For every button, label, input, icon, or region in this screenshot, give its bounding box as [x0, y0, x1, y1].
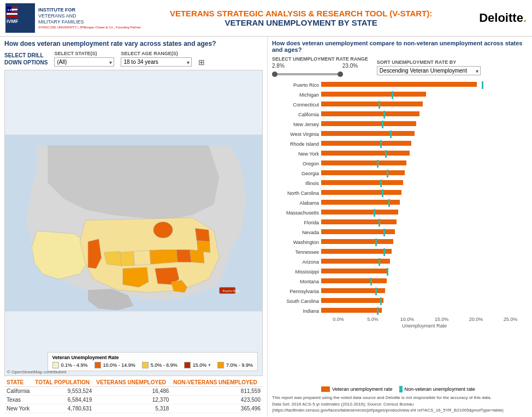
x-axis-tick: 5.0%	[356, 317, 390, 322]
bar-chart: Puerto Rico Michigan Connecticut Califor…	[272, 81, 528, 315]
note-text: This report was prepared using the noted…	[272, 395, 492, 400]
bar-label: Michigan	[272, 92, 321, 98]
legend-label-3: 5.0% - 6.9%	[151, 362, 178, 368]
bar-label: Arizona	[272, 259, 321, 265]
bar-nonvet	[377, 160, 379, 168]
col-total-pop: TOTAL POPULATION	[33, 378, 94, 387]
logo-area: ★★★ IVMF INSTITUTE FOR VETERANS AND MILI…	[5, 3, 141, 33]
state-select[interactable]: (All)	[54, 57, 114, 67]
bar-nonvet	[377, 307, 379, 315]
bar-container	[321, 92, 528, 98]
bar-row: New Jersey	[272, 120, 528, 129]
bar-row: Arizona	[272, 258, 528, 266]
cell-total-pop: 6,584,419	[33, 396, 94, 404]
bar-label: South Carolina	[272, 299, 321, 304]
legend-swatch-3	[142, 362, 149, 368]
slider-handle-left[interactable]	[272, 72, 277, 77]
slider-track	[272, 73, 343, 75]
legend-label-4: 15.0% +	[193, 362, 211, 368]
bar-nonvet	[380, 297, 382, 305]
bar-vet	[321, 239, 393, 244]
bar-label: Tennessee	[272, 249, 321, 255]
bar-nonvet	[379, 219, 380, 227]
map-svg: Puerto Rico	[5, 70, 262, 376]
bar-nonvet	[388, 199, 390, 207]
bar-row: Oregon	[272, 159, 528, 168]
bar-nonvet	[482, 81, 483, 89]
bar-container	[321, 131, 528, 138]
osm-credit: © OpenStreetMap contributors	[7, 370, 67, 374]
x-axis-tick: 20.0%	[459, 317, 493, 322]
legend-items: 0.1% - 4.9% 10.0% - 14.9% 5.0% - 6.9% 15…	[52, 362, 253, 368]
logo-institute-line1: INSTITUTE FOR	[38, 7, 141, 13]
bar-label: Alabama	[272, 200, 321, 206]
bar-vet	[321, 151, 410, 156]
bar-container	[321, 288, 528, 295]
bar-container	[321, 308, 528, 314]
rate-max: 23.0%	[342, 63, 358, 69]
legend-item-4: 15.0% +	[184, 362, 211, 368]
bar-label: California	[272, 112, 321, 117]
svg-point-10	[153, 222, 173, 238]
bar-label: Puerto Rico	[272, 82, 321, 88]
chart-legend: Veteran unemployment rate Non-veteran un…	[272, 386, 528, 392]
slider-fill	[272, 73, 343, 75]
cell-vet-unemp: 5,318	[94, 404, 171, 413]
legend-swatch-2	[94, 362, 101, 368]
controls-row: SELECT DRILL DOWN OPTIONS SELECT STATE(S…	[4, 51, 263, 67]
cell-state: California	[4, 387, 33, 396]
bar-row: Mississippi	[272, 267, 528, 276]
bar-container	[321, 229, 528, 236]
x-axis-tick: 25.0%	[493, 317, 528, 322]
bar-vet	[321, 219, 397, 224]
bar-nonvet	[385, 150, 387, 158]
x-axis-title: Unemployment Rate	[272, 323, 528, 329]
bar-nonvet	[379, 101, 380, 109]
bar-nonvet	[382, 121, 383, 128]
bar-vet	[321, 190, 401, 195]
age-select-wrapper[interactable]: 18 to 34 years	[121, 57, 192, 67]
bar-nonvet	[382, 189, 383, 197]
bar-nonvet	[392, 91, 393, 99]
bar-row: Florida	[272, 218, 528, 227]
bar-nonvet	[387, 268, 388, 276]
data-set-text: Data Set: 2016 ACS-5 yr estimates (2012-…	[272, 402, 504, 413]
bar-nonvet	[383, 248, 385, 256]
sort-select[interactable]: Descending Veteran Unemployment	[377, 66, 481, 75]
bar-container	[321, 239, 528, 246]
filter-icon[interactable]: ⊞	[198, 58, 205, 67]
svg-text:IVMF: IVMF	[7, 19, 19, 24]
bar-label: Montana	[272, 279, 321, 284]
legend-swatch-1	[52, 362, 59, 368]
rate-min: 2.8%	[272, 63, 285, 69]
bar-row: Illinois	[272, 179, 528, 188]
logo-sub-text: SYRACUSE UNIVERSITY | JPMorgan Chase & C…	[38, 26, 141, 29]
state-control: SELECT STATE(S) (All)	[54, 51, 114, 67]
x-axis: 0.0%5.0%10.0%15.0%20.0%25.0%	[272, 317, 528, 322]
legend-swatch-5	[217, 362, 224, 368]
bar-label: New York	[272, 151, 321, 157]
bar-vet	[321, 111, 419, 116]
sort-select-wrapper[interactable]: Descending Veteran Unemployment	[377, 66, 481, 75]
bar-vet	[321, 278, 387, 283]
bar-row: Washington	[272, 238, 528, 247]
legend-veteran: Veteran unemployment rate	[321, 386, 393, 392]
rate-range-group: SELECT UNEMPLOYMENT RATE RANGE 2.8% 23.0…	[272, 56, 368, 79]
rate-range-label: SELECT UNEMPLOYMENT RATE RANGE	[272, 56, 368, 62]
table-section: STATE TOTAL POPULATION VETERANS UNEMPLOY…	[4, 378, 263, 413]
bar-row: Rhode Island	[272, 140, 528, 148]
slider-handle-right[interactable]	[338, 72, 343, 77]
cell-state: Texas	[4, 396, 33, 404]
bar-row: Montana	[272, 277, 528, 286]
state-select-wrapper[interactable]: (All)	[54, 57, 114, 67]
table-row: Texas 6,584,419 12,370 423,500	[4, 396, 263, 404]
bar-row: West Virginia	[272, 130, 528, 139]
range-values: 2.8% 23.0%	[272, 63, 368, 69]
bar-row: Alabama	[272, 199, 528, 207]
bar-nonvet	[374, 209, 375, 217]
age-select[interactable]: 18 to 34 years	[121, 57, 192, 67]
age-control: SELECT AGE RANGE(S) 18 to 34 years	[121, 51, 192, 67]
bar-row: Tennessee	[272, 248, 528, 257]
logo-military-line3: MILITARY FAMILIES	[38, 19, 141, 25]
bar-container	[321, 249, 528, 255]
